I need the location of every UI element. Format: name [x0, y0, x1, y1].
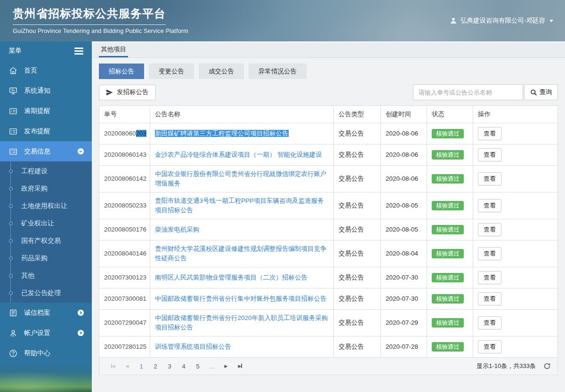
- announcement-link[interactable]: 中国邮政储蓄银行贵州省分行2020年新入职员工培训服务采购项目招标公告: [155, 314, 328, 331]
- view-button[interactable]: 查看: [478, 292, 501, 305]
- cell-title: 金沙农产品冷链综合体系建设项目（一期） 智能化设施建设: [150, 144, 334, 166]
- view-button[interactable]: 查看: [478, 127, 501, 140]
- announcement-link[interactable]: 南明区人民武装部物业管理服务项目（二次）招标公告: [155, 274, 307, 281]
- cell-actions: 查看: [473, 336, 558, 358]
- folder-list-icon: [8, 127, 18, 136]
- submenu-item-government-procurement[interactable]: 政府采购: [0, 180, 92, 197]
- pagination-next[interactable]: ▶: [219, 364, 233, 368]
- submenu-item-engineering[interactable]: 工程建设: [0, 162, 92, 180]
- hamburger-icon[interactable]: [74, 47, 83, 56]
- cell-type: 交易公告: [334, 144, 381, 166]
- app: 贵州省招标投标公共服务平台 GuiZhou Province Tendering…: [0, 0, 565, 392]
- view-button[interactable]: 查看: [478, 247, 501, 260]
- chevron-right-circle-icon: [77, 329, 84, 336]
- pagination-page-5[interactable]: 5: [191, 363, 205, 370]
- status-badge: 核验通过: [432, 150, 464, 160]
- view-button[interactable]: 查看: [478, 148, 501, 161]
- cell-actions: 查看: [473, 288, 558, 310]
- submenu-item-published-announcements[interactable]: 已发公告处理: [0, 284, 92, 302]
- view-button[interactable]: 查看: [478, 340, 501, 353]
- cell-status: 核验通过: [427, 240, 473, 267]
- cell-number: 202008060142: [99, 166, 150, 192]
- monitor-icon: [8, 86, 18, 96]
- view-button[interactable]: 查看: [478, 223, 501, 236]
- sidebar-item-transaction-info[interactable]: 交易信息: [0, 141, 92, 161]
- announcement-link[interactable]: 新田煤矿聘请第三方工程监理公司项目招标公告: [155, 130, 289, 137]
- cell-title: 贵州财经大学花溪校区建设修建性规划调整报告编制项目竞争性磋商公告: [150, 240, 334, 267]
- sidebar-item-publish-reminders[interactable]: 发布提醒: [0, 121, 92, 141]
- view-button[interactable]: 查看: [478, 271, 501, 284]
- cell-number: 202007300123: [99, 267, 150, 288]
- announcement-link[interactable]: 金沙农产品冷链综合体系建设项目（一期） 智能化设施建设: [155, 151, 322, 158]
- sidebar-item-label: 系统通知: [24, 87, 50, 95]
- user-menu[interactable]: 弘典建设咨询有限公司-邓廷容: [450, 16, 553, 25]
- announcement-link[interactable]: 贵阳市轨道交通3号线一期工程PPP项目车辆咨询及监造服务项目招标公告: [155, 197, 324, 214]
- cell-status: 核验通过: [427, 336, 473, 358]
- view-button[interactable]: 查看: [478, 316, 501, 329]
- paper-plane-icon: [106, 89, 113, 96]
- table-row: 202008040146贵州财经大学花溪校区建设修建性规划调整报告编制项目竞争性…: [99, 240, 558, 267]
- announcement-link[interactable]: 贵州财经大学花溪校区建设修建性规划调整报告编制项目竞争性磋商公告: [155, 245, 327, 262]
- cell-type: 交易公告: [334, 192, 381, 219]
- cell-actions: 查看: [473, 267, 558, 288]
- sidebar-background-photo: [0, 363, 92, 392]
- submenu-item-other[interactable]: 其他: [0, 267, 92, 284]
- sidebar-item-help-center[interactable]: 帮助中心: [0, 343, 92, 363]
- cell-actions: 查看: [473, 219, 558, 240]
- pagination-page-4[interactable]: 4: [177, 363, 191, 370]
- submenu-item-drug-procurement[interactable]: 药品采购: [0, 249, 92, 267]
- sidebar-item-account-settings[interactable]: 帐户设置: [0, 323, 92, 343]
- cell-type: 交易公告: [334, 123, 381, 144]
- question-circle-icon: [8, 349, 18, 358]
- pagination-page-1[interactable]: 1: [134, 363, 148, 370]
- tab-other-projects[interactable]: 其他项目: [99, 42, 128, 57]
- table-row: 202008060142中国农业银行股份有限公司贵州省分行现就微信绑定农行账户增…: [99, 166, 558, 192]
- view-button[interactable]: 查看: [478, 199, 501, 212]
- sidebar-item-notifications[interactable]: 系统通知: [0, 80, 92, 101]
- sidebar-item-label: 逾期提醒: [24, 107, 50, 115]
- sidebar: 菜单 首页 系统通知 逾期提醒: [0, 41, 92, 392]
- submenu-item-land-use-rights[interactable]: 土地使用权出让: [0, 197, 92, 215]
- sidebar-item-credit-archive[interactable]: 诚信档案: [0, 303, 92, 323]
- tab-change-announcements[interactable]: 变更公告: [149, 64, 194, 79]
- table-header-row: 单号 公告名称 公告类型 创建时间 状态 操作: [99, 106, 558, 123]
- submenu-item-mining-rights[interactable]: 矿业权出让: [0, 215, 92, 232]
- cell-actions: 查看: [473, 192, 558, 219]
- announcement-link[interactable]: 训练管理系统项目招标公告: [155, 343, 231, 350]
- pagination-summary: 显示1-10条，共333条: [476, 362, 536, 370]
- search-input[interactable]: [413, 84, 523, 100]
- pagination-last[interactable]: ▶: [233, 364, 247, 368]
- pagination-page-2[interactable]: 2: [148, 363, 162, 370]
- refresh-icon[interactable]: [543, 362, 551, 370]
- pagination-first[interactable]: ◀: [106, 364, 120, 368]
- announcement-link[interactable]: 柴油发电机采购: [155, 226, 200, 233]
- sidebar-item-home[interactable]: 首页: [0, 60, 92, 80]
- search-button[interactable]: 查询: [524, 84, 558, 100]
- announcement-link[interactable]: 中国邮政储蓄银行贵州省分行集中对账外包服务项目招标公告: [155, 295, 327, 302]
- cell-status: 核验通过: [427, 123, 473, 144]
- user-outline-icon: [8, 328, 18, 338]
- pagination-prev[interactable]: ◀: [120, 364, 134, 368]
- cell-number: 202008050176: [99, 219, 150, 240]
- caret-down-icon: [549, 20, 553, 22]
- cell-title: 南明区人民武装部物业管理服务项目（二次）招标公告: [150, 267, 334, 288]
- pagination-bar: ◀ ◀ 1 2 3 4 5 ... ▶ ▶ 显示1-10条，共333条: [99, 357, 558, 375]
- cell-number: 202008060143: [99, 144, 150, 166]
- cell-date: 2020-08-05: [381, 219, 427, 240]
- publish-tender-button[interactable]: 发招标公告: [99, 85, 156, 100]
- cell-actions: 查看: [473, 240, 558, 267]
- tab-tender-announcements[interactable]: 招标公告: [99, 64, 144, 79]
- cell-status: 核验通过: [427, 144, 473, 166]
- cell-actions: 查看: [473, 166, 558, 192]
- table-row: 202007280125训练管理系统项目招标公告交易公告2020-07-28核验…: [99, 336, 558, 358]
- sidebar-item-overdue-reminders[interactable]: 逾期提醒: [0, 101, 92, 121]
- announcement-link[interactable]: 中国农业银行股份有限公司贵州省分行现就微信绑定农行账户增值服务: [155, 170, 327, 187]
- pagination-page-3[interactable]: 3: [162, 363, 177, 370]
- tab-deal-announcements[interactable]: 成交公告: [199, 64, 244, 79]
- cell-type: 交易公告: [334, 166, 381, 192]
- tab-abnormal-announcements[interactable]: 异常情况公告: [249, 64, 307, 79]
- submenu-item-state-property[interactable]: 国有产权交易: [0, 232, 92, 249]
- announcement-tabs: 招标公告 变更公告 成交公告 异常情况公告: [99, 64, 558, 79]
- view-button[interactable]: 查看: [478, 172, 501, 185]
- folder-list-icon: [8, 106, 18, 116]
